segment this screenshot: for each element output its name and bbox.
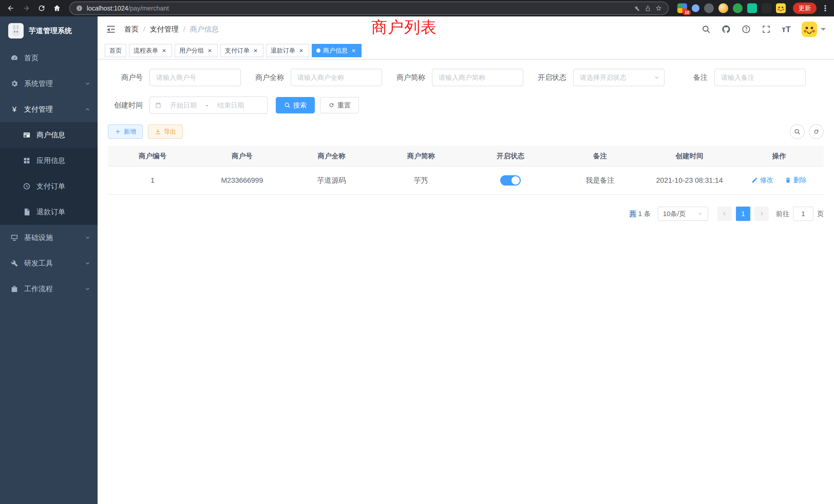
tags-view: 首页 流程表单× 用户分组× 支付订单× 退款订单× 商户信息× [97,42,834,60]
plus-icon [114,128,121,135]
sidebar-item-label: 应用信息 [37,156,65,165]
breadcrumb-separator: / [183,25,185,33]
user-menu[interactable] [802,22,826,37]
add-button[interactable]: 新增 [108,124,143,139]
fullscreen-icon[interactable] [762,25,771,34]
extension-icon[interactable] [692,4,699,12]
download-icon [155,128,161,135]
sidebar-item-workflow[interactable]: 工作流程 [0,276,97,302]
filter-row-2: 创建时间 - 搜索 重置 [108,96,824,114]
page-size-select[interactable]: 10条/页 [658,207,708,221]
search-icon [284,102,291,109]
header-search-icon[interactable] [702,25,711,34]
bookmark-star-icon[interactable] [655,5,662,12]
tab-home[interactable]: 首页 [105,44,126,57]
chevron-down-icon [85,81,90,87]
browser-home-button[interactable] [50,2,64,15]
pagination: 共1条 10条/页 1 前往 页 [108,207,824,221]
export-button[interactable]: 导出 [148,124,183,139]
password-key-icon[interactable] [634,5,640,12]
sidebar-item-home[interactable]: 首页 [0,45,97,71]
filter-label: 开启状态 [531,73,567,83]
start-date-input[interactable] [164,101,203,109]
close-icon[interactable]: × [298,47,305,54]
extension-icon[interactable]: 10 [677,3,687,13]
browser-back-button[interactable] [4,2,18,15]
sidebar-fold-icon[interactable] [106,24,116,35]
status-select-input[interactable] [573,69,664,86]
end-date-input[interactable] [211,101,250,109]
breadcrumb-home[interactable]: 首页 [124,24,139,34]
browser-menu-icon[interactable] [821,4,830,13]
profile-avatar[interactable] [776,3,786,13]
sidebar-item-system[interactable]: 系统管理 [0,71,97,96]
browser-reload-button[interactable] [35,2,48,15]
cell-merchant-no: M233666999 [197,166,287,194]
chevron-left-icon [721,210,728,217]
sidebar-item-merchant-info[interactable]: 商户信息 [0,122,97,148]
extension-icon[interactable] [733,3,743,13]
help-icon[interactable] [742,25,751,34]
breadcrumb-section[interactable]: 支付管理 [150,24,179,34]
browser-forward-button[interactable] [20,2,33,15]
clock-icon [23,182,31,190]
font-size-icon[interactable]: ᴛT [782,25,791,34]
sidebar-item-refund-order[interactable]: 退款订单 [0,199,97,225]
sidebar-item-app-info[interactable]: 应用信息 [0,148,97,174]
status-select[interactable] [573,69,664,86]
sidebar-item-pay-order[interactable]: 支付订单 [0,174,97,199]
search-button[interactable]: 搜索 [276,97,315,113]
goto-page-input[interactable] [793,207,813,221]
goto-label: 前往 [776,209,789,219]
extension-icon[interactable] [762,3,771,13]
tab-refund-order[interactable]: 退款订单× [266,44,309,57]
tab-process-form[interactable]: 流程表单× [129,44,172,57]
next-page-button[interactable] [754,207,769,221]
date-range-picker[interactable]: - [150,96,267,114]
close-icon[interactable]: × [350,47,357,54]
delete-link[interactable]: 删除 [785,176,807,184]
sidebar-item-pay[interactable]: ¥ 支付管理 [0,96,97,122]
close-icon[interactable]: × [161,47,168,54]
tab-pay-order[interactable]: 支付订单× [220,44,263,57]
merchant-no-input[interactable] [150,69,241,86]
sidebar-item-devtools[interactable]: 研发工具 [0,250,97,276]
wrench-icon [10,259,19,268]
sidebar-submenu-pay: 商户信息 应用信息 支付订单 退款订单 [0,122,97,225]
github-icon[interactable] [722,25,731,34]
total-prefix: 共 [630,210,636,217]
site-info-icon[interactable] [76,5,83,12]
sidebar-item-label: 基础设施 [24,233,53,243]
remark-input[interactable] [714,69,806,86]
prev-page-button[interactable] [718,207,732,221]
address-bar[interactable]: localhost:1024/pay/merchant [70,2,668,14]
sidebar-item-label: 研发工具 [24,258,53,268]
sidebar-item-infra[interactable]: 基础设施 [0,225,97,250]
full-name-input[interactable] [291,69,382,86]
chevron-right-icon [758,210,765,217]
page-number-button[interactable]: 1 [736,207,750,221]
extension-icon[interactable] [704,3,714,13]
extension-icon[interactable] [719,3,728,13]
extension-icon[interactable] [747,3,757,13]
close-icon[interactable]: × [206,47,213,54]
navbar: 首页 / 支付管理 / 商户信息 商户列表 ᴛT [97,17,834,42]
tab-user-group[interactable]: 用户分组× [175,44,218,57]
reset-button[interactable]: 重置 [320,97,359,113]
share-icon[interactable] [644,5,651,12]
toggle-search-button[interactable] [790,124,805,139]
filter-label: 商户简称 [390,73,425,83]
app-logo-row[interactable]: 芋道管理系统 [0,17,97,45]
short-name-input[interactable] [432,69,523,86]
status-toggle[interactable] [500,175,521,186]
refresh-table-button[interactable] [809,124,824,139]
trash-icon [785,177,791,183]
browser-update-button[interactable]: 更新 [793,3,816,14]
filter-label: 商户号 [108,73,143,83]
navbar-tools: ᴛT [702,22,826,37]
close-icon[interactable]: × [252,47,259,54]
tab-merchant-info[interactable]: 商户信息× [312,44,361,57]
tab-label: 退款订单 [271,46,295,55]
url-path: /pay/merchant [128,5,169,12]
edit-link[interactable]: 修改 [751,176,773,184]
